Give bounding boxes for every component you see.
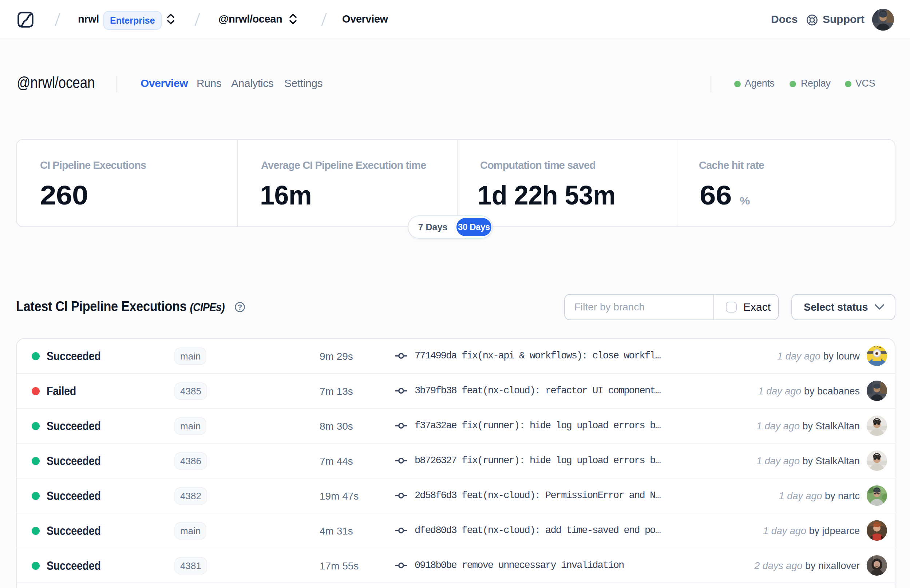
svg-text:?: ? bbox=[238, 303, 242, 311]
